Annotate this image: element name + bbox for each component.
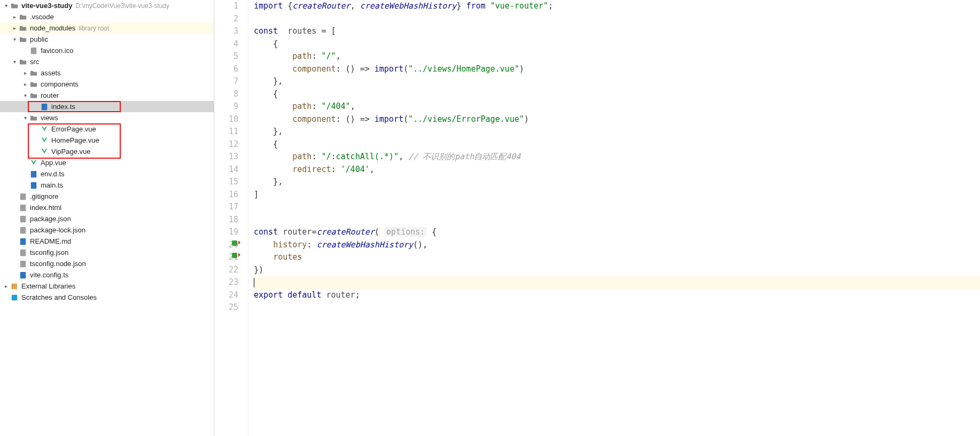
tree-item-public[interactable]: ▾ public: [0, 34, 214, 45]
tree-item-router[interactable]: ▾ router: [0, 90, 214, 101]
code-line[interactable]: const routes = [: [254, 25, 980, 38]
code-line[interactable]: },: [254, 176, 980, 189]
code-line[interactable]: import {createRouter, createWebHashHisto…: [254, 0, 980, 13]
line-number: 10: [214, 113, 238, 126]
tree-item-package-lock[interactable]: ▸ package-lock.json: [0, 224, 214, 236]
tree-item-views[interactable]: ▾ views: [0, 112, 214, 123]
line-number: 22: [214, 264, 238, 277]
code-line[interactable]: {: [254, 88, 980, 101]
code-line[interactable]: },: [254, 126, 980, 138]
chevron-right-icon: ▸: [2, 283, 10, 289]
tree-item-components[interactable]: ▸ components: [0, 79, 214, 90]
code-line-current[interactable]: [254, 276, 980, 289]
code-line[interactable]: path: "/404",: [254, 100, 980, 113]
tree-item-src[interactable]: ▾ src: [0, 56, 214, 67]
code-line[interactable]: component: () => import("../views/ErrorP…: [254, 113, 980, 126]
chevron-down-icon: ▾: [11, 36, 18, 42]
line-number: 20: [214, 239, 238, 252]
tree-item-vscode[interactable]: ▸ .vscode: [0, 11, 214, 22]
code-content[interactable]: import {createRouter, createWebHashHisto…: [252, 0, 980, 436]
tree-item-tsconfig[interactable]: ▸ tsconfig.json: [0, 247, 214, 258]
tree-item-label: Scratches and Consoles: [21, 293, 97, 301]
code-line[interactable]: path: "/",: [254, 50, 980, 63]
line-number: 6: [214, 63, 238, 76]
tree-item-suffix: library root: [79, 25, 109, 32]
line-number: 18: [214, 214, 238, 227]
tree-item-gitignore[interactable]: ▸ .gitignore: [0, 191, 214, 202]
code-line[interactable]: path: "/:catchAll(.*)", // 不识别的path自动匹配4…: [254, 151, 980, 164]
folder-icon: [29, 92, 38, 99]
code-line[interactable]: component: () => import("../views/HomePa…: [254, 63, 980, 76]
tree-item-index-ts[interactable]: ▸ index.ts: [0, 101, 214, 112]
tree-root[interactable]: ▾ vite-vue3-study D:\myCode\Vue3\vite-vu…: [0, 0, 214, 11]
code-line[interactable]: [254, 301, 980, 314]
code-line[interactable]: }): [254, 264, 980, 277]
tree-item-vite-config[interactable]: ▸ vite.config.ts: [0, 269, 214, 281]
code-editor[interactable]: 1 2 3 4 5 6 7 8 9 10 11 12 13 14 15 16 1…: [214, 0, 980, 436]
code-line[interactable]: history: createWebHashHistory(),: [254, 239, 980, 252]
vue-file-icon: [40, 137, 49, 144]
file-icon: [29, 47, 38, 54]
tree-item-readme[interactable]: ▸ README.md: [0, 236, 214, 247]
tree-item-label: ErrorPage.vue: [51, 125, 96, 133]
tree-item-scratches[interactable]: ▸ Scratches and Consoles: [0, 292, 214, 303]
tree-item-index-html[interactable]: ▸ index.html: [0, 202, 214, 213]
line-number: 17: [214, 201, 238, 214]
code-line[interactable]: {: [254, 38, 980, 51]
tree-item-label: index.ts: [51, 103, 75, 111]
line-number: 21: [214, 251, 238, 264]
tree-item-node-modules[interactable]: ▸ node_modules library root: [0, 22, 214, 34]
libraries-icon: [10, 283, 19, 290]
code-line[interactable]: export default router;: [254, 289, 980, 302]
md-file-icon: [18, 238, 28, 245]
code-line[interactable]: [254, 214, 980, 227]
code-line[interactable]: ]: [254, 189, 980, 201]
tree-item-label: assets: [41, 69, 61, 77]
folder-icon: [18, 25, 28, 32]
tree-item-tsconfig-node[interactable]: ▸ tsconfig.node.json: [0, 258, 214, 269]
line-number: 25: [214, 301, 238, 314]
svg-rect-15: [12, 294, 18, 300]
tree-item-label: src: [30, 58, 39, 66]
tree-item-package-json[interactable]: ▸ package.json: [0, 213, 214, 224]
tree-item-favicon[interactable]: ▸ favicon.ico: [0, 45, 214, 56]
code-line[interactable]: },: [254, 75, 980, 88]
project-tree[interactable]: ▾ vite-vue3-study D:\myCode\Vue3\vite-vu…: [0, 0, 214, 436]
change-marker-icon: [232, 253, 237, 258]
chevron-right-icon: ▸: [21, 81, 29, 87]
html-file-icon: [18, 204, 28, 212]
folder-icon: [29, 69, 38, 77]
tree-item-app-vue[interactable]: ▸ App.vue: [0, 157, 214, 168]
svg-rect-4: [20, 193, 26, 199]
tree-item-errorpage[interactable]: ▸ ErrorPage.vue: [0, 123, 214, 135]
tree-item-label: tsconfig.json: [30, 248, 68, 256]
tree-item-label: tsconfig.node.json: [30, 260, 86, 268]
tree-item-label: package-lock.json: [30, 226, 85, 234]
folder-icon: [18, 58, 28, 66]
chevron-down-icon: ▾: [2, 3, 10, 9]
chevron-down-icon: ▾: [21, 92, 29, 98]
tree-item-label: App.vue: [41, 159, 66, 167]
tree-item-homepage[interactable]: ▸ HomePage.vue: [0, 135, 214, 146]
tree-item-external-libraries[interactable]: ▸ External Libraries: [0, 281, 214, 292]
svg-rect-12: [12, 283, 13, 289]
ts-file-icon: [29, 170, 38, 178]
tree-item-env-d-ts[interactable]: ▸ env.d.ts: [0, 168, 214, 180]
tree-item-vippage[interactable]: ▸ VipPage.vue: [0, 146, 214, 157]
json-file-icon: [18, 215, 28, 223]
code-line[interactable]: redirect: '/404',: [254, 164, 980, 176]
tree-item-assets[interactable]: ▸ assets: [0, 67, 214, 79]
code-line[interactable]: [254, 13, 980, 26]
code-line[interactable]: [254, 201, 980, 214]
line-number: 15: [214, 176, 238, 189]
svg-rect-3: [31, 182, 37, 188]
line-number: 14: [214, 164, 238, 176]
code-line[interactable]: const router=createRouter( options: {: [254, 226, 980, 239]
file-icon: [18, 193, 28, 200]
tree-item-main-ts[interactable]: ▸ main.ts: [0, 180, 214, 191]
code-line[interactable]: {: [254, 138, 980, 151]
code-line[interactable]: routes: [254, 251, 980, 264]
caret-icon: [254, 278, 254, 287]
tree-item-label: vite.config.ts: [30, 271, 68, 279]
svg-rect-14: [15, 283, 17, 289]
